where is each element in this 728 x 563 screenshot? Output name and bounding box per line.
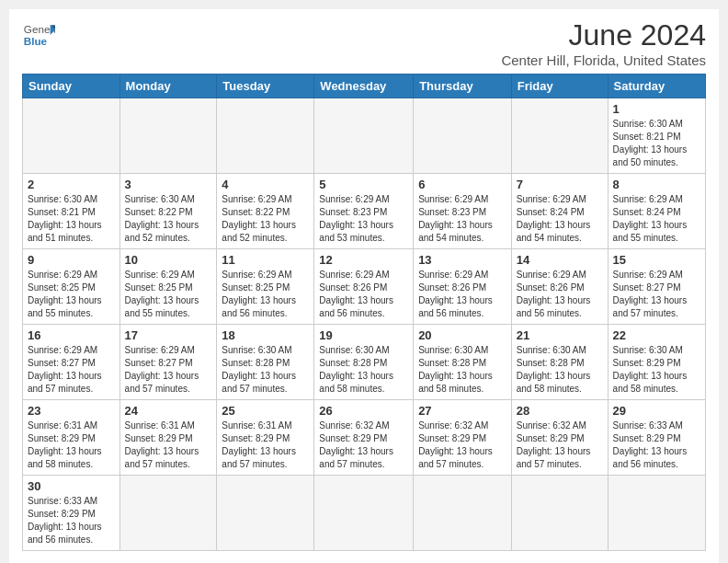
day-info: Sunrise: 6:31 AM Sunset: 8:29 PM Dayligh…	[222, 419, 309, 471]
calendar-week-row: 2Sunrise: 6:30 AM Sunset: 8:21 PM Daylig…	[23, 174, 706, 249]
day-number: 30	[28, 479, 115, 493]
day-info: Sunrise: 6:29 AM Sunset: 8:22 PM Dayligh…	[222, 193, 309, 245]
title-section: June 2024 Center Hill, Florida, United S…	[501, 18, 706, 68]
day-info: Sunrise: 6:30 AM Sunset: 8:21 PM Dayligh…	[28, 193, 115, 245]
calendar-day-cell: 9Sunrise: 6:29 AM Sunset: 8:25 PM Daylig…	[23, 249, 120, 325]
location-subtitle: Center Hill, Florida, United States	[501, 52, 706, 68]
calendar-day-cell: 28Sunrise: 6:32 AM Sunset: 8:29 PM Dayli…	[511, 400, 608, 476]
day-info: Sunrise: 6:30 AM Sunset: 8:21 PM Dayligh…	[613, 118, 700, 169]
col-monday: Monday	[119, 75, 217, 98]
day-number: 19	[319, 328, 408, 342]
day-info: Sunrise: 6:29 AM Sunset: 8:26 PM Dayligh…	[418, 269, 506, 320]
day-info: Sunrise: 6:30 AM Sunset: 8:28 PM Dayligh…	[319, 344, 408, 396]
calendar-day-cell: 29Sunrise: 6:33 AM Sunset: 8:29 PM Dayli…	[608, 400, 705, 476]
day-number: 11	[222, 253, 309, 267]
calendar-day-cell: 6Sunrise: 6:29 AM Sunset: 8:23 PM Daylig…	[414, 174, 512, 249]
calendar-day-cell: 12Sunrise: 6:29 AM Sunset: 8:26 PM Dayli…	[314, 249, 414, 325]
day-info: Sunrise: 6:29 AM Sunset: 8:27 PM Dayligh…	[125, 344, 212, 396]
day-info: Sunrise: 6:29 AM Sunset: 8:27 PM Dayligh…	[28, 344, 115, 396]
calendar-day-cell: 20Sunrise: 6:30 AM Sunset: 8:28 PM Dayli…	[414, 325, 512, 400]
calendar-day-cell: 13Sunrise: 6:29 AM Sunset: 8:26 PM Dayli…	[414, 249, 512, 325]
calendar-day-cell	[217, 476, 314, 551]
calendar-day-cell	[414, 98, 512, 174]
day-info: Sunrise: 6:29 AM Sunset: 8:24 PM Dayligh…	[613, 193, 700, 245]
calendar-day-cell	[119, 98, 217, 174]
logo: General Blue	[22, 18, 55, 52]
calendar-week-row: 23Sunrise: 6:31 AM Sunset: 8:29 PM Dayli…	[23, 400, 706, 476]
month-title: June 2024	[501, 18, 706, 52]
calendar-week-row: 16Sunrise: 6:29 AM Sunset: 8:27 PM Dayli…	[23, 325, 706, 400]
calendar-day-cell: 25Sunrise: 6:31 AM Sunset: 8:29 PM Dayli…	[217, 400, 314, 476]
col-friday: Friday	[511, 75, 608, 98]
calendar-day-cell: 8Sunrise: 6:29 AM Sunset: 8:24 PM Daylig…	[608, 174, 705, 249]
calendar-day-cell: 16Sunrise: 6:29 AM Sunset: 8:27 PM Dayli…	[23, 325, 120, 400]
header: General Blue June 2024 Center Hill, Flor…	[22, 18, 706, 68]
day-info: Sunrise: 6:32 AM Sunset: 8:29 PM Dayligh…	[319, 419, 408, 471]
calendar-day-cell	[314, 476, 414, 551]
day-info: Sunrise: 6:29 AM Sunset: 8:23 PM Dayligh…	[418, 193, 506, 245]
calendar-day-cell	[511, 98, 608, 174]
day-info: Sunrise: 6:30 AM Sunset: 8:28 PM Dayligh…	[222, 344, 309, 396]
day-info: Sunrise: 6:29 AM Sunset: 8:25 PM Dayligh…	[125, 269, 212, 320]
calendar-week-row: 1Sunrise: 6:30 AM Sunset: 8:21 PM Daylig…	[23, 98, 706, 174]
calendar-day-cell: 21Sunrise: 6:30 AM Sunset: 8:28 PM Dayli…	[511, 325, 608, 400]
calendar-day-cell: 1Sunrise: 6:30 AM Sunset: 8:21 PM Daylig…	[608, 98, 705, 174]
calendar-day-cell: 3Sunrise: 6:30 AM Sunset: 8:22 PM Daylig…	[119, 174, 217, 249]
calendar-day-cell	[119, 476, 217, 551]
calendar-day-cell	[608, 476, 705, 551]
svg-text:Blue: Blue	[24, 35, 48, 47]
calendar-day-cell: 22Sunrise: 6:30 AM Sunset: 8:29 PM Dayli…	[608, 325, 705, 400]
day-number: 21	[517, 328, 603, 342]
calendar-day-cell: 27Sunrise: 6:32 AM Sunset: 8:29 PM Dayli…	[414, 400, 512, 476]
col-thursday: Thursday	[414, 75, 512, 98]
day-number: 14	[517, 253, 603, 267]
calendar-day-cell: 19Sunrise: 6:30 AM Sunset: 8:28 PM Dayli…	[314, 325, 414, 400]
day-info: Sunrise: 6:30 AM Sunset: 8:22 PM Dayligh…	[125, 193, 212, 245]
calendar-day-cell: 15Sunrise: 6:29 AM Sunset: 8:27 PM Dayli…	[608, 249, 705, 325]
calendar-container: General Blue June 2024 Center Hill, Flor…	[9, 9, 719, 563]
day-number: 25	[222, 404, 309, 418]
day-number: 15	[613, 253, 700, 267]
calendar-day-cell: 4Sunrise: 6:29 AM Sunset: 8:22 PM Daylig…	[217, 174, 314, 249]
day-info: Sunrise: 6:31 AM Sunset: 8:29 PM Dayligh…	[28, 419, 115, 471]
calendar-day-cell: 24Sunrise: 6:31 AM Sunset: 8:29 PM Dayli…	[119, 400, 217, 476]
day-info: Sunrise: 6:33 AM Sunset: 8:29 PM Dayligh…	[613, 419, 700, 471]
calendar-day-cell: 2Sunrise: 6:30 AM Sunset: 8:21 PM Daylig…	[23, 174, 120, 249]
day-number: 28	[517, 404, 603, 418]
day-info: Sunrise: 6:29 AM Sunset: 8:26 PM Dayligh…	[517, 269, 603, 320]
calendar-day-cell: 23Sunrise: 6:31 AM Sunset: 8:29 PM Dayli…	[23, 400, 120, 476]
day-number: 13	[418, 253, 506, 267]
calendar-day-cell	[414, 476, 512, 551]
calendar-day-cell: 26Sunrise: 6:32 AM Sunset: 8:29 PM Dayli…	[314, 400, 414, 476]
day-number: 17	[125, 328, 212, 342]
day-number: 2	[28, 178, 115, 191]
day-number: 4	[222, 178, 309, 191]
calendar-table: Sunday Monday Tuesday Wednesday Thursday…	[22, 74, 706, 551]
day-number: 22	[613, 328, 700, 342]
day-number: 9	[28, 253, 115, 267]
day-info: Sunrise: 6:29 AM Sunset: 8:24 PM Dayligh…	[517, 193, 603, 245]
calendar-header-row: Sunday Monday Tuesday Wednesday Thursday…	[23, 75, 706, 98]
day-number: 8	[613, 178, 700, 191]
calendar-day-cell: 11Sunrise: 6:29 AM Sunset: 8:25 PM Dayli…	[217, 249, 314, 325]
day-number: 16	[28, 328, 115, 342]
day-info: Sunrise: 6:29 AM Sunset: 8:25 PM Dayligh…	[222, 269, 309, 320]
day-info: Sunrise: 6:29 AM Sunset: 8:27 PM Dayligh…	[613, 269, 700, 320]
day-info: Sunrise: 6:32 AM Sunset: 8:29 PM Dayligh…	[418, 419, 506, 471]
day-number: 12	[319, 253, 408, 267]
generalblue-icon: General Blue	[22, 18, 55, 52]
day-info: Sunrise: 6:30 AM Sunset: 8:29 PM Dayligh…	[613, 344, 700, 396]
day-info: Sunrise: 6:30 AM Sunset: 8:28 PM Dayligh…	[517, 344, 603, 396]
day-info: Sunrise: 6:33 AM Sunset: 8:29 PM Dayligh…	[28, 495, 115, 546]
day-number: 7	[517, 178, 603, 191]
calendar-day-cell	[217, 98, 314, 174]
calendar-day-cell: 17Sunrise: 6:29 AM Sunset: 8:27 PM Dayli…	[119, 325, 217, 400]
day-number: 26	[319, 404, 408, 418]
col-tuesday: Tuesday	[217, 75, 314, 98]
calendar-day-cell: 14Sunrise: 6:29 AM Sunset: 8:26 PM Dayli…	[511, 249, 608, 325]
calendar-day-cell	[23, 98, 120, 174]
calendar-week-row: 30Sunrise: 6:33 AM Sunset: 8:29 PM Dayli…	[23, 476, 706, 551]
calendar-day-cell: 18Sunrise: 6:30 AM Sunset: 8:28 PM Dayli…	[217, 325, 314, 400]
day-number: 6	[418, 178, 506, 191]
col-saturday: Saturday	[608, 75, 705, 98]
